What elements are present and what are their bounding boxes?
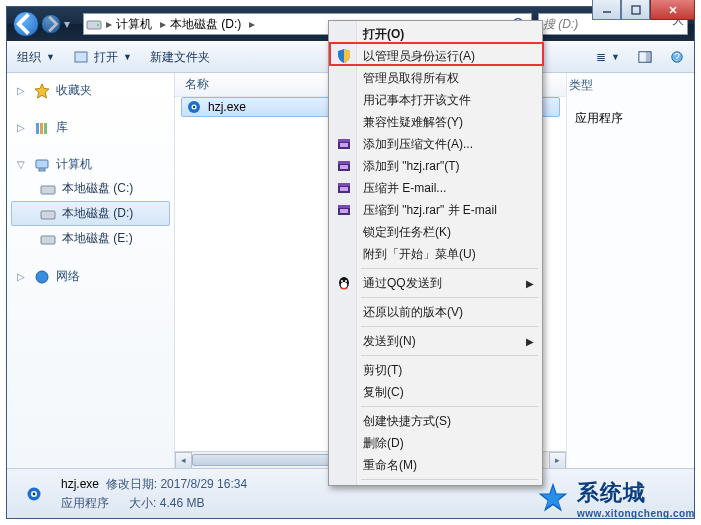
svg-point-19 xyxy=(193,106,195,108)
menu-item-label: 发送到(N) xyxy=(363,333,416,350)
context-menu-item[interactable]: 锁定到任务栏(K) xyxy=(331,221,540,243)
svg-text:?: ? xyxy=(674,51,680,63)
svg-rect-30 xyxy=(338,183,350,186)
forward-button[interactable] xyxy=(41,14,61,34)
svg-rect-3 xyxy=(75,52,87,62)
menu-item-label: 删除(D) xyxy=(363,435,404,452)
status-filename: hzj.exe xyxy=(61,477,99,491)
column-name[interactable]: 名称 xyxy=(185,76,209,93)
menu-separator xyxy=(361,479,538,480)
context-menu: 打开(O)以管理员身份运行(A)管理员取得所有权用记事本打开该文件兼容性疑难解答… xyxy=(328,20,543,486)
sidebar-drive-e[interactable]: 本地磁盘 (E:) xyxy=(11,226,170,251)
qq-icon xyxy=(336,275,352,291)
context-menu-item[interactable]: 用记事本打开该文件 xyxy=(331,89,540,111)
column-type[interactable]: 类型 xyxy=(569,77,680,94)
back-button[interactable] xyxy=(13,11,39,37)
svg-point-36 xyxy=(341,282,347,288)
svg-rect-13 xyxy=(41,186,55,194)
svg-rect-25 xyxy=(340,143,348,147)
rar-icon xyxy=(336,202,352,218)
preview-pane-button[interactable] xyxy=(638,50,652,64)
rar-icon xyxy=(336,136,352,152)
menu-item-label: 添加到 "hzj.rar"(T) xyxy=(363,158,460,175)
context-menu-item[interactable]: 压缩到 "hzj.rar" 并 E-mail xyxy=(331,199,540,221)
address-computer[interactable]: 计算机 xyxy=(116,16,152,33)
open-icon xyxy=(73,49,89,65)
context-menu-item[interactable]: 兼容性疑难解答(Y) xyxy=(331,111,540,133)
status-size-value: 4.46 MB xyxy=(160,496,205,510)
status-date-value: 2017/8/29 16:34 xyxy=(160,477,247,491)
svg-rect-11 xyxy=(36,160,48,168)
sidebar-drive-d[interactable]: 本地磁盘 (D:) xyxy=(11,201,170,226)
menu-separator xyxy=(361,268,538,269)
view-options-button[interactable]: ≣ ▼ xyxy=(596,50,620,64)
context-menu-item[interactable]: 管理员取得所有权 xyxy=(331,67,540,89)
menu-item-label: 兼容性疑难解答(Y) xyxy=(363,114,463,131)
submenu-arrow-icon: ▶ xyxy=(526,278,534,289)
sidebar-computer[interactable]: ▽ 计算机 xyxy=(11,153,170,176)
context-menu-item[interactable]: 通过QQ发送到▶ xyxy=(331,272,540,294)
svg-rect-0 xyxy=(632,6,640,14)
context-menu-item[interactable]: 添加到 "hzj.rar"(T) xyxy=(331,155,540,177)
svg-point-37 xyxy=(341,280,343,282)
context-menu-item[interactable]: 创建快捷方式(S) xyxy=(331,410,540,432)
chevron-right-icon: ▸ xyxy=(106,17,112,31)
close-button[interactable] xyxy=(650,0,695,20)
rar-icon xyxy=(336,158,352,174)
menu-item-label: 附到「开始」菜单(U) xyxy=(363,246,476,263)
svg-rect-9 xyxy=(40,123,43,134)
sidebar-libraries[interactable]: ▷ 库 xyxy=(11,116,170,139)
menu-item-label: 还原以前的版本(V) xyxy=(363,304,463,321)
svg-rect-31 xyxy=(340,187,348,191)
help-button[interactable]: ? xyxy=(670,50,684,64)
shield-icon xyxy=(336,48,352,64)
context-menu-item[interactable]: 以管理员身份运行(A) xyxy=(331,45,540,67)
svg-rect-28 xyxy=(340,165,348,169)
chevron-down-icon: ▽ xyxy=(17,159,28,170)
maximize-button[interactable] xyxy=(621,0,650,20)
menu-separator xyxy=(361,355,538,356)
menu-separator xyxy=(361,326,538,327)
rar-icon xyxy=(336,180,352,196)
open-button[interactable]: 打开 ▼ xyxy=(73,49,132,66)
context-menu-item[interactable]: 还原以前的版本(V) xyxy=(331,301,540,323)
svg-rect-24 xyxy=(338,139,350,142)
context-menu-item[interactable]: 删除(D) xyxy=(331,432,540,454)
submenu-arrow-icon: ▶ xyxy=(526,336,534,347)
menu-separator xyxy=(361,297,538,298)
context-menu-item[interactable]: 添加到压缩文件(A)... xyxy=(331,133,540,155)
sidebar-network[interactable]: ▷ 网络 xyxy=(11,265,170,288)
organize-menu[interactable]: 组织 ▼ xyxy=(17,49,55,66)
status-date-label: 修改日期: xyxy=(106,477,157,491)
chevron-right-icon: ▷ xyxy=(17,271,28,282)
sidebar-favorites[interactable]: ▷ 收藏夹 xyxy=(11,79,170,102)
nav-history-dropdown[interactable]: ▾ xyxy=(61,12,73,36)
computer-icon xyxy=(34,157,50,173)
context-menu-item[interactable]: 重命名(M) xyxy=(331,454,540,476)
menu-item-label: 复制(C) xyxy=(363,384,404,401)
context-menu-item[interactable]: 复制(C) xyxy=(331,381,540,403)
context-menu-item[interactable]: 附到「开始」菜单(U) xyxy=(331,243,540,265)
status-type: 应用程序 xyxy=(61,496,109,510)
context-menu-item[interactable]: 打开(O) xyxy=(331,23,540,45)
context-menu-item[interactable]: 发送到(N)▶ xyxy=(331,330,540,352)
svg-point-38 xyxy=(345,280,347,282)
star-icon xyxy=(34,83,50,99)
sidebar-drive-c[interactable]: 本地磁盘 (C:) xyxy=(11,176,170,201)
watermark-logo-icon xyxy=(535,481,571,517)
context-menu-item[interactable]: 压缩并 E-mail... xyxy=(331,177,540,199)
svg-rect-27 xyxy=(338,161,350,164)
file-type-value: 应用程序 xyxy=(575,110,686,127)
address-drive[interactable]: 本地磁盘 (D:) xyxy=(170,16,241,33)
menu-item-label: 创建快捷方式(S) xyxy=(363,413,451,430)
menu-item-label: 添加到压缩文件(A)... xyxy=(363,136,473,153)
svg-rect-5 xyxy=(646,52,651,63)
svg-point-2 xyxy=(97,24,99,26)
minimize-button[interactable] xyxy=(592,0,621,20)
sidebar: ▷ 收藏夹 ▷ 库 ▽ 计算机 xyxy=(7,73,175,468)
new-folder-button[interactable]: 新建文件夹 xyxy=(150,49,210,66)
file-name: hzj.exe xyxy=(208,100,246,114)
svg-rect-8 xyxy=(36,123,39,134)
drive-icon xyxy=(40,181,56,197)
context-menu-item[interactable]: 剪切(T) xyxy=(331,359,540,381)
